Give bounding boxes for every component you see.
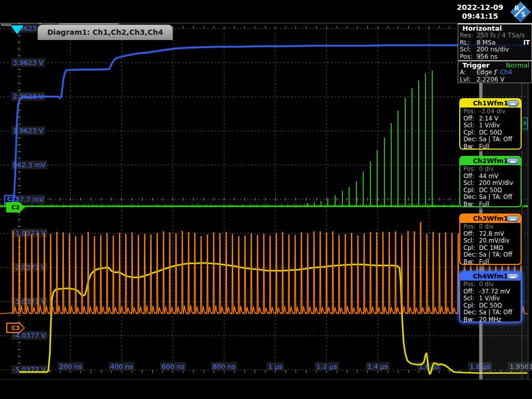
trigger-a-value: EdgeCh4 (476, 69, 531, 76)
row-value: 0 div (479, 166, 520, 173)
row-value: DC 1MΩ (479, 245, 520, 252)
row-value: Sa | TA: Off (479, 309, 520, 316)
ch3wfm1-info-box[interactable]: Ch3Wfm1Pos:0 divOff:72.8 mVScl:20 mV/div… (459, 214, 522, 265)
channel-box-body: Pos:0 divOff:72.8 mVScl:20 mV/divCpl:DC … (462, 223, 520, 263)
trigger-source: Ch4 (500, 69, 512, 76)
row-value: DC 50Ω (479, 129, 520, 137)
channel-row: Off:2.14 V (462, 115, 520, 123)
row-label: Dec: (463, 194, 479, 201)
channel-row: Scl:200 mV/div (462, 180, 520, 187)
ch2-offset-marker[interactable]: C2 (6, 202, 25, 212)
row-label: Cpl: (463, 302, 479, 310)
channel-minimize-button[interactable] (507, 273, 519, 280)
row-label: Scl: (460, 46, 476, 54)
channel-row: Dec:Sa | TA: Off (462, 309, 520, 316)
ch3-offset-marker[interactable]: C3 (6, 323, 25, 333)
channel-row: Cpl:DC 50Ω (462, 187, 520, 194)
channel-row: Cpl:DC 50Ω (462, 302, 520, 310)
row-value: 200 ns/div (476, 46, 531, 54)
row-label: Off: (463, 173, 479, 180)
channel-row: Bw:20 MHz (462, 316, 520, 324)
channel-row: Scl:20 mV/div (462, 237, 520, 245)
row-label: Res: (460, 32, 476, 39)
row-value: 8 MSa (476, 39, 523, 47)
channel-minimize-button[interactable] (507, 216, 519, 222)
row-value: 2.14 V (479, 115, 520, 123)
channel-row: Bw:Full (462, 143, 520, 151)
row-label: Scl: (463, 122, 479, 129)
channel-minimize-button[interactable] (507, 100, 519, 107)
row-value: -37.72 mV (479, 288, 520, 296)
row-label: Dec: (463, 136, 479, 143)
row-label: Off: (463, 231, 479, 238)
row-value: Full (479, 201, 520, 208)
row-value: Full (479, 259, 520, 266)
row-label: Cpl: (463, 245, 479, 252)
horizontal-row[interactable]: Pos:956 ns (458, 54, 531, 61)
channel-minimize-button[interactable] (507, 158, 519, 164)
trigger-panel-title: Trigger (458, 61, 506, 69)
channel-row: Pos:0 div (462, 223, 520, 231)
row-label: Scl: (463, 180, 479, 187)
horizontal-rows: Res:250 fs / 4 TSa/sRL:8 MSaITScl:200 ns… (458, 32, 531, 60)
channel-box-body: Pos:-3.04 divOff:2.14 VScl:1 V/divCpl:DC… (462, 108, 520, 148)
trigger-a-row: A: EdgeCh4 (458, 69, 531, 76)
trigger-level-a-marker[interactable]: A (522, 117, 528, 129)
row-label: Pos: (463, 281, 479, 288)
trigger-level-value: 2.2206 V (476, 76, 531, 84)
row-value: DC 50Ω (479, 187, 520, 194)
horizontal-panel-title: Horizontal (458, 24, 531, 32)
row-label: Pos: (463, 108, 479, 115)
minimize-icon (510, 219, 515, 220)
channel-row: Off:-37.72 mV (462, 288, 520, 296)
horizontal-trigger-panel[interactable]: Horizontal Res:250 fs / 4 TSa/sRL:8 MSaI… (458, 23, 532, 83)
ch2wfm1-info-box[interactable]: Ch2Wfm1Pos:0 divOff:44 mVScl:200 mV/divC… (459, 156, 522, 207)
waveform-traces (0, 0, 532, 399)
horizontal-row[interactable]: RL:8 MSaIT (458, 39, 531, 47)
oscilloscope-screen: 4.9623 V3.9623 V2.9623 V1.9623 V962.3 mV… (0, 0, 532, 399)
row-value: 20 mV/div (479, 237, 520, 245)
trigger-level-label: Lvl: (460, 76, 476, 84)
row-value: -3.04 div (479, 108, 520, 115)
horizontal-row[interactable]: Scl:200 ns/div (458, 46, 531, 54)
row-value: 0 div (479, 223, 520, 231)
channel-row: Dec:Sa | TA: Off (462, 251, 520, 259)
row-value: 72.8 mV (479, 231, 520, 238)
trigger-panel-header: Trigger Normal (458, 60, 531, 69)
row-label: Scl: (463, 237, 479, 245)
row-value: 1 V/div (479, 122, 520, 129)
trigger-a-label: A: (460, 69, 476, 76)
channel-row: Scl:1 V/div (462, 295, 520, 302)
horizontal-row[interactable]: Res:250 fs / 4 TSa/s (458, 32, 531, 39)
row-label: Scl: (463, 295, 479, 302)
channel-row: Pos:-3.04 div (462, 108, 520, 115)
ch4wfm1-info-box[interactable]: Ch4Wfm1Pos:0 divOff:-37.72 mVScl:1 V/div… (459, 271, 522, 323)
row-label: Bw: (463, 201, 479, 208)
channel-row: Cpl:DC 50Ω (462, 129, 520, 137)
row-value: 44 mV (479, 173, 520, 180)
ch1wfm1-info-box[interactable]: Ch1Wfm1Pos:-3.04 divOff:2.14 VScl:1 V/di… (459, 98, 522, 150)
row-value: Full (479, 143, 520, 151)
row-label: Pos: (463, 166, 479, 173)
row-value: 200 mV/div (479, 180, 520, 187)
channel-row: Pos:0 div (462, 166, 520, 173)
row-label: Dec: (463, 309, 479, 316)
tab-diagram1[interactable]: Diagram1: Ch1,Ch2,Ch3,Ch4 (37, 24, 173, 40)
channel-row: Off:44 mV (462, 173, 520, 180)
row-label: RL: (460, 39, 476, 47)
row-value: Sa | TA: Off (479, 136, 520, 143)
trigger-position-marker[interactable] (11, 25, 23, 34)
trigger-level-track: A (522, 83, 528, 379)
row-label: Pos: (463, 223, 479, 231)
channel-row: Bw:Full (462, 201, 520, 208)
row-label: Off: (463, 115, 479, 123)
row-label: Bw: (463, 316, 479, 324)
row-value: 0 div (479, 281, 520, 288)
row-label: Cpl: (463, 129, 479, 137)
channel-row: Dec:Sa | TA: Off (462, 136, 520, 143)
minimize-icon (510, 103, 515, 105)
channel-box-body: Pos:0 divOff:-37.72 mVScl:1 V/divCpl:DC … (462, 281, 520, 321)
channel-row: Dec:Sa | TA: Off (462, 194, 520, 201)
trigger-type: Edge (476, 69, 492, 76)
row-value: 250 fs / 4 TSa/s (476, 32, 531, 39)
